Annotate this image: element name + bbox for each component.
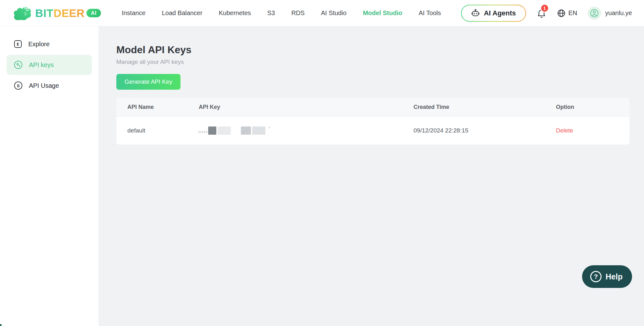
- key-icon: [14, 61, 22, 69]
- notification-bell[interactable]: 1: [537, 8, 546, 18]
- generate-api-key-button[interactable]: Generate API Key: [116, 74, 180, 90]
- top-header: BITDEER AI Instance Load Balancer Kubern…: [0, 0, 644, 26]
- nav-item-ai-tools[interactable]: AI Tools: [419, 9, 441, 17]
- logo-text-deer: DEER: [53, 7, 85, 20]
- nav-item-load-balancer[interactable]: Load Balancer: [162, 9, 203, 17]
- delete-api-key-link[interactable]: Delete: [556, 127, 573, 134]
- explore-icon: E: [14, 40, 22, 48]
- main-content: Model API Keys Manage all your API keys …: [98, 26, 644, 326]
- cell-api-key-redacted: ’: [199, 126, 414, 135]
- ai-agents-button[interactable]: AI Agents: [461, 5, 526, 22]
- help-button[interactable]: ? Help: [582, 265, 632, 288]
- sidebar-item-label: API Usage: [29, 82, 59, 89]
- nav-item-s3[interactable]: S3: [267, 9, 275, 17]
- redacted-api-key-blur: ’: [199, 126, 414, 135]
- nav-item-kubernetes[interactable]: Kubernetes: [219, 9, 251, 17]
- page-title: Model API Keys: [116, 44, 630, 56]
- user-icon: [590, 8, 599, 18]
- ai-agents-label: AI Agents: [484, 9, 516, 17]
- user-menu[interactable]: yuanlu.ye: [588, 7, 632, 20]
- sidebar-item-label: API keys: [29, 61, 54, 69]
- table-row: default ’ 09/12/2024 22:28:15 Delete: [116, 117, 630, 144]
- api-keys-table: API Name API Key Created Time Option def…: [116, 98, 630, 144]
- primary-nav: Instance Load Balancer Kubernetes S3 RDS…: [122, 9, 441, 17]
- language-switcher[interactable]: EN: [557, 9, 577, 18]
- username: yuanlu.ye: [605, 9, 632, 17]
- sidebar-item-explore[interactable]: E Explore: [7, 34, 92, 54]
- table-header-row: API Name API Key Created Time Option: [116, 98, 630, 117]
- deer-logo-icon: [13, 5, 32, 21]
- bitdeer-logo[interactable]: BITDEER AI: [13, 5, 101, 21]
- sidebar-item-label: Explore: [28, 41, 50, 48]
- logo-wordmark: BITDEER AI: [35, 7, 101, 20]
- column-header-option: Option: [556, 104, 630, 110]
- avatar: [588, 7, 601, 20]
- chat-widget-edge: [0, 324, 2, 326]
- question-mark-icon: ?: [590, 271, 602, 282]
- sidebar: E Explore API keys S API Usage: [0, 26, 98, 326]
- help-label: Help: [606, 272, 623, 281]
- globe-icon: [557, 9, 566, 18]
- column-header-created-time: Created Time: [414, 104, 556, 110]
- nav-item-model-studio[interactable]: Model Studio: [363, 9, 402, 17]
- cell-created-time: 09/12/2024 22:28:15: [414, 127, 556, 134]
- language-label: EN: [569, 9, 577, 17]
- sidebar-item-api-usage[interactable]: S API Usage: [7, 76, 92, 96]
- nav-item-ai-studio[interactable]: AI Studio: [321, 9, 347, 17]
- robot-icon: [471, 9, 480, 18]
- column-header-api-name: API Name: [116, 104, 199, 110]
- sidebar-item-api-keys[interactable]: API keys: [7, 55, 92, 75]
- cell-api-name: default: [116, 127, 199, 134]
- column-header-api-key: API Key: [199, 104, 414, 110]
- notification-badge: 1: [541, 4, 549, 12]
- header-right-actions: AI Agents 1 EN: [461, 5, 632, 22]
- nav-item-rds[interactable]: RDS: [291, 9, 305, 17]
- logo-ai-badge: AI: [86, 9, 101, 17]
- logo-text-bit: BIT: [35, 7, 53, 20]
- nav-item-instance[interactable]: Instance: [122, 9, 146, 17]
- usage-icon: S: [14, 82, 22, 90]
- page-subtitle: Manage all your API keys: [116, 59, 630, 65]
